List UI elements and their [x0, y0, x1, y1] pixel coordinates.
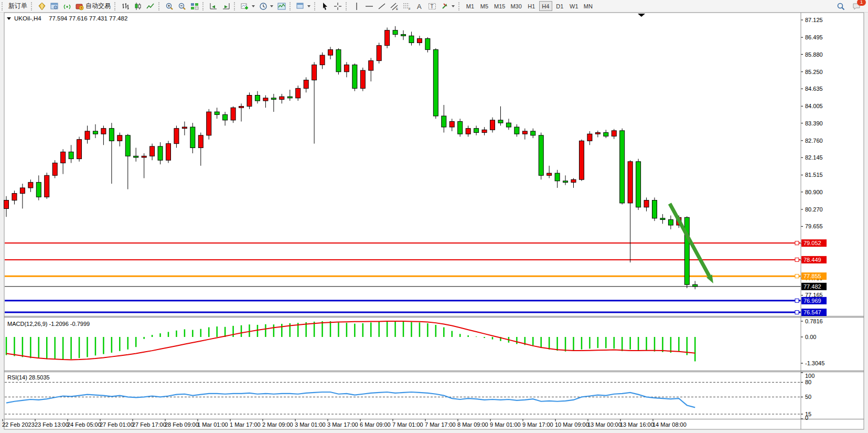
candle — [684, 217, 689, 284]
timeframe-h4-button[interactable]: H4 — [539, 1, 552, 11]
zoom-in-button[interactable] — [163, 1, 176, 12]
time-axis-label: 27 Feb 17:00 — [132, 421, 166, 428]
new-chart-button[interactable] — [239, 1, 257, 12]
toolbar-grip[interactable] — [314, 2, 317, 10]
line-handle[interactable] — [795, 299, 799, 302]
auto-trading-button[interactable]: 自动交易 — [73, 1, 113, 12]
time-axis-label: 2 Mar 09:00 — [262, 421, 293, 428]
toolbar-grip[interactable] — [2, 2, 5, 10]
time-axis-label: 3 Mar 01:00 — [295, 421, 326, 428]
label-tool-button[interactable]: T — [426, 1, 438, 12]
new-chart-icon — [241, 2, 249, 10]
zoom-out-button[interactable] — [176, 1, 188, 12]
auto-scroll-icon — [209, 2, 218, 10]
rsi-axis-label: 100 — [805, 373, 815, 379]
search-button[interactable] — [834, 1, 847, 12]
svg-text:F: F — [409, 7, 411, 10]
trading-terminal: 新订单 自动交易 — [0, 0, 868, 433]
price-chip-label: 79.052 — [803, 240, 821, 246]
time-axis-label: 27 Feb 01:00 — [100, 421, 134, 428]
horizontal-line-tool-button[interactable] — [363, 1, 376, 12]
timeframe-m5-button[interactable]: M5 — [478, 1, 491, 11]
timeframe-h1-button[interactable]: H1 — [525, 1, 538, 11]
price-chip-label: 77.855 — [803, 273, 821, 279]
candle — [393, 30, 398, 35]
time-axis-label: 1 Mar 01:00 — [197, 421, 228, 428]
candle — [401, 35, 406, 36]
timeframe-toolbar: M1M5M15M30H1H4D1W1MN — [463, 1, 595, 11]
candle — [531, 131, 535, 135]
candle — [85, 131, 90, 140]
market-watch-button[interactable] — [48, 1, 61, 12]
new-chart-caret-icon — [252, 5, 255, 7]
text-tool-button[interactable]: A — [413, 1, 426, 12]
bar-chart-button[interactable] — [119, 1, 132, 12]
profiles-button[interactable] — [36, 1, 48, 12]
candle — [555, 173, 560, 181]
toolbar-grip[interactable] — [114, 2, 117, 10]
toolbar-grip[interactable] — [234, 2, 237, 10]
arrows-tool-button[interactable] — [438, 1, 457, 12]
candle — [304, 80, 308, 89]
cursor-tool-button[interactable] — [319, 1, 331, 12]
template-button[interactable] — [275, 1, 288, 12]
timeframe-mn-button[interactable]: MN — [582, 1, 595, 11]
line-handle[interactable] — [795, 241, 799, 245]
tile-windows-button[interactable] — [188, 1, 201, 12]
auto-scroll-button[interactable] — [207, 1, 220, 12]
candle — [320, 55, 325, 65]
toolbar-grip[interactable] — [158, 2, 162, 10]
arrows-tool-caret-icon — [452, 5, 455, 7]
svg-text:A: A — [417, 3, 422, 10]
candle — [490, 120, 495, 130]
signal-button[interactable] — [61, 1, 73, 12]
line-handle[interactable] — [795, 311, 799, 314]
notification-badge[interactable]: 1 — [857, 0, 866, 6]
price-axis-label: 84.635 — [805, 86, 823, 92]
toolbar-grip[interactable] — [31, 2, 34, 10]
crosshair-tool-button[interactable] — [331, 1, 344, 12]
candle — [142, 156, 146, 157]
candle — [628, 162, 633, 203]
cursor-icon — [321, 2, 329, 10]
price-chip-label: 76.969 — [803, 298, 821, 304]
timeframe-w1-button[interactable]: W1 — [567, 1, 581, 11]
candle — [239, 107, 244, 108]
candle — [515, 127, 519, 134]
timeframe-m15-button[interactable]: M15 — [492, 1, 507, 11]
timeframe-d1-button[interactable]: D1 — [553, 1, 566, 11]
candle — [644, 200, 649, 207]
line-chart-button[interactable] — [144, 1, 157, 12]
timeframe-m30-button[interactable]: M30 — [508, 1, 523, 11]
period-button[interactable] — [257, 1, 275, 12]
toolbar-grip[interactable] — [458, 2, 462, 10]
toolbar-grip[interactable] — [202, 2, 206, 10]
channel-tool-button[interactable]: E — [388, 1, 401, 12]
time-axis-label: 9 Mar 01:00 — [490, 421, 521, 428]
new-order-button[interactable]: 新订单 — [6, 1, 29, 12]
toolbar-grip[interactable] — [290, 2, 293, 10]
chart-shift-button[interactable] — [220, 1, 232, 12]
line-handle[interactable] — [795, 258, 799, 261]
time-axis-label: 7 Mar 17:00 — [425, 421, 456, 428]
time-axis-label: 9 Mar 17:00 — [522, 421, 553, 428]
candle — [280, 97, 284, 99]
candle — [498, 120, 503, 123]
fibonacci-tool-button[interactable]: F — [401, 1, 413, 12]
timeframe-m1-button[interactable]: M1 — [464, 1, 477, 11]
candle — [215, 112, 219, 114]
line-handle[interactable] — [795, 274, 799, 278]
vertical-line-tool-button[interactable] — [350, 1, 363, 12]
candle — [223, 114, 228, 120]
trendline-tool-button[interactable] — [376, 1, 388, 12]
candle — [271, 98, 276, 100]
candle — [231, 108, 235, 120]
toolbar-grip[interactable] — [346, 2, 349, 10]
candle — [620, 131, 625, 203]
windows-menu-caret-icon — [307, 5, 310, 7]
candle — [150, 146, 155, 156]
candle — [417, 39, 422, 43]
candlestick-chart-button[interactable] — [132, 1, 144, 12]
time-axis-label: 28 Feb 09:00 — [165, 421, 199, 428]
windows-menu-button[interactable] — [294, 1, 313, 12]
